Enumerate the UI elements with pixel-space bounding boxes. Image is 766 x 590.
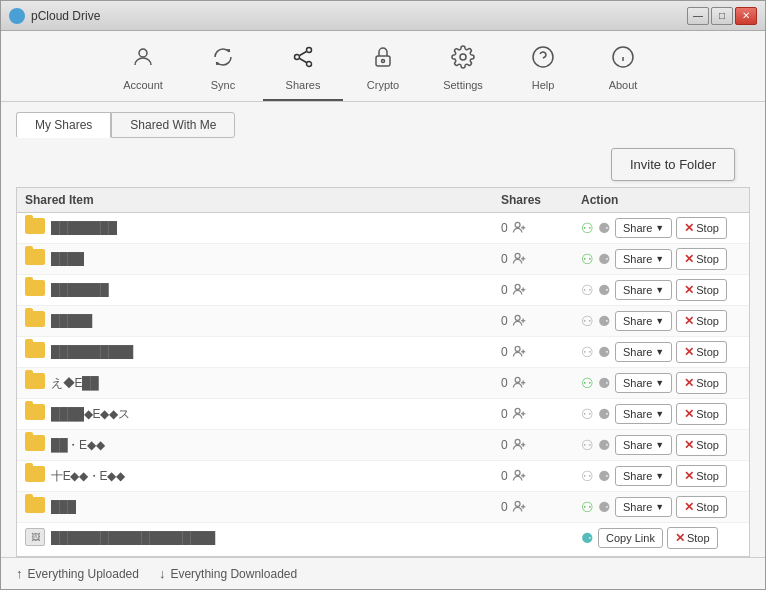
- maximize-button[interactable]: □: [711, 7, 733, 25]
- link-dim-icon[interactable]: ⚈: [598, 499, 611, 515]
- link-active-icon[interactable]: ⚇: [581, 220, 594, 236]
- nav-item-settings[interactable]: Settings: [423, 39, 503, 101]
- add-user-icon: [512, 406, 526, 423]
- status-bar: ↑ Everything Uploaded ↓ Everything Downl…: [1, 557, 765, 589]
- nav-item-help[interactable]: Help: [503, 39, 583, 101]
- svg-point-35: [515, 439, 520, 444]
- link-dim-icon[interactable]: ⚈: [598, 468, 611, 484]
- svg-point-8: [460, 54, 466, 60]
- tab-shared-with-me[interactable]: Shared With Me: [111, 112, 235, 138]
- link-dim-icon[interactable]: ⚈: [598, 344, 611, 360]
- link-active-icon[interactable]: ⚈: [581, 530, 594, 546]
- svg-point-1: [295, 55, 300, 60]
- nav-label-sync: Sync: [211, 79, 235, 91]
- row-item-name: ████████: [51, 221, 501, 235]
- share-button[interactable]: Share ▼: [615, 404, 672, 424]
- link-dim-icon[interactable]: ⚇: [581, 313, 594, 329]
- close-button[interactable]: ✕: [735, 7, 757, 25]
- stop-button[interactable]: ✕ Stop: [676, 465, 727, 487]
- link-dim-icon[interactable]: ⚈: [598, 313, 611, 329]
- shares-icon: [291, 45, 315, 75]
- link-dim-icon[interactable]: ⚇: [581, 406, 594, 422]
- stop-button[interactable]: ✕ Stop: [676, 434, 727, 456]
- copy-link-button[interactable]: Copy Link: [598, 528, 663, 548]
- tab-my-shares[interactable]: My Shares: [16, 112, 111, 138]
- share-button[interactable]: Share ▼: [615, 249, 672, 269]
- nav-item-crypto[interactable]: Crypto: [343, 39, 423, 101]
- minimize-button[interactable]: —: [687, 7, 709, 25]
- stop-button[interactable]: ✕ Stop: [667, 527, 718, 549]
- link-dim-icon[interactable]: ⚈: [598, 406, 611, 422]
- link-dim-icon[interactable]: ⚇: [581, 468, 594, 484]
- settings-icon: [451, 45, 475, 75]
- row-action: ⚇ ⚈ Share ▼ ✕ Stop: [581, 279, 741, 301]
- nav-item-about[interactable]: About: [583, 39, 663, 101]
- shares-table: Shared Item Shares Action ████████ 0: [16, 187, 750, 557]
- add-user-icon: [512, 251, 526, 268]
- row-shares: 0: [501, 468, 581, 485]
- add-user-icon: [512, 220, 526, 237]
- stop-button[interactable]: ✕ Stop: [676, 372, 727, 394]
- link-active-icon[interactable]: ⚇: [581, 499, 594, 515]
- link-dim-icon[interactable]: ⚈: [598, 251, 611, 267]
- folder-icon: [25, 280, 45, 300]
- folder-icon: [25, 435, 45, 455]
- share-button[interactable]: Share ▼: [615, 280, 672, 300]
- add-user-icon: [512, 499, 526, 516]
- add-user-icon: [512, 468, 526, 485]
- app-window: pCloud Drive — □ ✕ Account: [0, 0, 766, 590]
- link-active-icon[interactable]: ⚇: [581, 375, 594, 391]
- share-button[interactable]: Share ▼: [615, 497, 672, 517]
- row-item-name: ████: [51, 252, 501, 266]
- image-file-icon: 🖼: [25, 528, 45, 548]
- nav-label-about: About: [609, 79, 638, 91]
- share-button[interactable]: Share ▼: [615, 311, 672, 331]
- share-button[interactable]: Share ▼: [615, 466, 672, 486]
- link-dim-icon[interactable]: ⚇: [581, 344, 594, 360]
- crypto-icon: [371, 45, 395, 75]
- link-dim-icon[interactable]: ⚈: [598, 437, 611, 453]
- table-row: 十E◆◆・E◆◆ 0 ⚇ ⚈ Share ▼: [17, 461, 749, 492]
- svg-rect-6: [376, 56, 390, 66]
- link-dim-icon[interactable]: ⚇: [581, 437, 594, 453]
- stop-button[interactable]: ✕ Stop: [676, 496, 727, 518]
- share-button[interactable]: Share ▼: [615, 373, 672, 393]
- stop-button[interactable]: ✕ Stop: [676, 217, 727, 239]
- table-row: ███████ 0 ⚇ ⚈ Share ▼: [17, 275, 749, 306]
- row-shares: 0: [501, 375, 581, 392]
- nav-item-sync[interactable]: Sync: [183, 39, 263, 101]
- stop-button[interactable]: ✕ Stop: [676, 341, 727, 363]
- svg-line-4: [300, 52, 307, 56]
- svg-point-7: [382, 60, 385, 63]
- row-action: ⚇ ⚈ Share ▼ ✕ Stop: [581, 248, 741, 270]
- row-shares: 0: [501, 499, 581, 516]
- help-icon: [531, 45, 555, 75]
- app-icon: [9, 8, 25, 24]
- link-dim-icon[interactable]: ⚈: [598, 282, 611, 298]
- link-dim-icon[interactable]: ⚈: [598, 375, 611, 391]
- share-button[interactable]: Share ▼: [615, 342, 672, 362]
- stop-button[interactable]: ✕ Stop: [676, 403, 727, 425]
- row-item-name: ████████████████████: [51, 531, 501, 545]
- row-item-name: え◆E██: [51, 375, 501, 392]
- link-dim-icon[interactable]: ⚈: [598, 220, 611, 236]
- nav-bar: Account Sync: [1, 31, 765, 102]
- stop-button[interactable]: ✕ Stop: [676, 248, 727, 270]
- share-button[interactable]: Share ▼: [615, 218, 672, 238]
- link-dim-icon[interactable]: ⚇: [581, 282, 594, 298]
- svg-point-0: [139, 49, 147, 57]
- row-shares: 0: [501, 220, 581, 237]
- stop-button[interactable]: ✕ Stop: [676, 310, 727, 332]
- row-action: ⚇ ⚈ Share ▼ ✕ Stop: [581, 496, 741, 518]
- about-icon: [611, 45, 635, 75]
- invite-to-folder-button[interactable]: Invite to Folder: [611, 148, 735, 181]
- share-button[interactable]: Share ▼: [615, 435, 672, 455]
- link-active-icon[interactable]: ⚇: [581, 251, 594, 267]
- row-shares: 0: [501, 437, 581, 454]
- nav-item-account[interactable]: Account: [103, 39, 183, 101]
- stop-button[interactable]: ✕ Stop: [676, 279, 727, 301]
- content-area: My Shares Shared With Me Invite to Folde…: [1, 102, 765, 557]
- svg-point-2: [307, 48, 312, 53]
- header-shares: Shares: [501, 193, 581, 207]
- nav-item-shares[interactable]: Shares: [263, 39, 343, 101]
